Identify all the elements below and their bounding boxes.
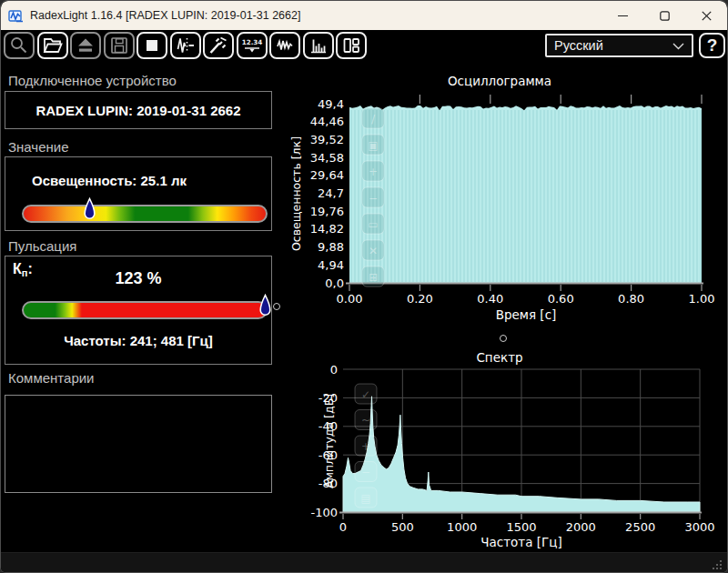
oscillogram-ytick: 29,64 <box>310 168 344 182</box>
pulsation-section-header: Пульсация <box>8 238 76 254</box>
oscillogram-ytick: 44,46 <box>310 115 344 128</box>
spectrum-xtick-label: 0 <box>339 520 347 534</box>
oscillogram-tool-icon: ✕ <box>369 245 378 257</box>
save-icon <box>108 35 130 56</box>
window-title: RadexLight 1.16.4 [RADEX LUPIN: 2019-01-… <box>30 9 300 22</box>
eject-button[interactable] <box>70 32 101 59</box>
status-bar <box>1 552 727 573</box>
spectrum-ytick: 0 <box>330 363 338 377</box>
lamp-rays-button[interactable] <box>203 32 234 59</box>
titlebar: RadexLight 1.16.4 [RADEX LUPIN: 2019-01-… <box>1 1 727 30</box>
charts-canvas[interactable]: ОсциллограммаОсвещенность [лк]49,444,463… <box>283 61 728 552</box>
oscillogram-ytick: 49,4 <box>318 97 344 111</box>
resize-grip-icon[interactable] <box>711 558 723 571</box>
pulsation-frequencies: Частоты: 241; 481 [Гц] <box>5 333 271 348</box>
app-icon <box>8 8 24 24</box>
spectrum-xtick-label: 500 <box>391 520 414 534</box>
oscillogram-tool-icon: ▣ <box>368 139 378 152</box>
spectrum-ytick: -60 <box>318 448 338 462</box>
spectrum-xtick-label: 1500 <box>506 520 536 534</box>
value-box: Освещенность: 25.1 лк <box>5 156 272 231</box>
oscillogram-xlabel: Время [с] <box>496 307 557 322</box>
oscillogram-ytick: 0,0 <box>325 276 344 290</box>
spectrum-xtick-label: 2500 <box>625 520 655 534</box>
value-section-header: Значение <box>8 139 69 155</box>
illuminance-scale-bar <box>22 205 268 223</box>
pulse-cursor-icon <box>175 35 197 56</box>
language-select[interactable]: Русский <box>545 34 693 57</box>
oscillogram-tool-icon: ▭ <box>368 218 378 231</box>
spectrum-icon <box>308 35 329 56</box>
spectrum-xtick-label: 3000 <box>684 520 714 534</box>
spectrum-title: Спектр <box>476 350 522 365</box>
spectrum-tool-icon: ~ <box>361 414 370 427</box>
close-button[interactable] <box>685 1 727 30</box>
pulsation-marker-icon <box>259 294 271 318</box>
oscillogram-icon <box>274 35 296 56</box>
pulse-cursor-button[interactable] <box>170 32 201 59</box>
magnifier-button[interactable] <box>4 32 35 59</box>
oscillogram-xtick-label: 0.40 <box>477 292 503 306</box>
illuminance-marker-icon <box>84 197 96 222</box>
open-folder-icon <box>42 35 64 56</box>
oscillogram-ytick: 34,58 <box>310 151 344 165</box>
oscillogram-button[interactable] <box>269 32 300 59</box>
oscillogram-tool-icon: + <box>369 166 378 178</box>
stop-button[interactable] <box>136 32 167 59</box>
oscillogram-xtick-label: 0.60 <box>548 292 574 306</box>
open-folder-button[interactable] <box>37 32 68 59</box>
spectrum-xtick-label: 1000 <box>447 520 477 534</box>
help-button[interactable]: ? <box>699 33 725 58</box>
svg-text:12.34: 12.34 <box>241 38 262 46</box>
illuminance-reading: Освещенность: 25.1 лк <box>32 173 187 188</box>
vertical-splitter-grip[interactable] <box>273 303 280 310</box>
maximize-button[interactable] <box>643 1 685 30</box>
oscillogram-ytick: 19,76 <box>310 205 344 218</box>
spectrum-ytick: -40 <box>318 419 338 433</box>
comments-input[interactable] <box>5 395 272 493</box>
spectrum-ylabel: Амплитуда [дБ] <box>322 394 336 488</box>
toolbar-buttons: 12.34 <box>4 32 369 59</box>
oscillogram-ytick: 9,88 <box>318 240 344 254</box>
spectrum-button[interactable] <box>303 32 334 59</box>
numeric-display-button[interactable]: 12.34 <box>237 32 268 59</box>
oscillogram-xtick-label: 1.00 <box>689 292 715 306</box>
spectrum-ytick: -80 <box>318 477 338 490</box>
panels-layout-button[interactable] <box>336 32 367 59</box>
spectrum-tool-icon: + <box>361 440 370 453</box>
spectrum-tool-icon: ▤ <box>360 492 370 505</box>
lamp-rays-icon <box>207 35 229 56</box>
oscillogram-ytick: 24,7 <box>318 186 344 200</box>
eject-icon <box>75 35 96 56</box>
numeric-display-icon: 12.34 <box>241 35 263 56</box>
kp-value: 123 % <box>5 269 271 288</box>
oscillogram-xtick-label: 0.80 <box>618 292 644 306</box>
device-section-header: Подключенное устройство <box>8 73 177 88</box>
chevron-down-icon <box>672 38 684 53</box>
comments-section-header: Комментарии <box>8 370 94 386</box>
oscillogram-xtick-label: 0.20 <box>407 292 433 306</box>
oscillogram-tool-icon: − <box>369 192 378 205</box>
save-button[interactable] <box>104 32 135 59</box>
oscillogram-ytick: 14,82 <box>310 222 344 236</box>
oscillogram-ytick: 4,94 <box>318 258 344 272</box>
minimize-button[interactable] <box>602 1 643 30</box>
spectrum-ytick: -100 <box>310 506 338 519</box>
toolbar: 12.34 Русский ? <box>1 30 727 61</box>
device-name: RADEX LUPIN: 2019-01-31 2662 <box>35 103 240 118</box>
language-value: Русский <box>554 38 603 53</box>
oscillogram-tool-icon: ⊞ <box>369 271 378 284</box>
pulsation-scale-bar <box>22 301 268 319</box>
magnifier-icon <box>8 35 30 56</box>
spectrum-tool-icon: − <box>361 466 370 478</box>
spectrum-xlabel: Частота [Гц] <box>480 535 561 549</box>
stop-icon <box>141 35 163 56</box>
spectrum-ytick: -20 <box>318 391 338 405</box>
oscillogram-ylabel: Освещенность [лк] <box>289 136 303 251</box>
spectrum-tool-icon: ✓ <box>361 388 370 401</box>
panels-layout-icon <box>340 35 362 56</box>
oscillogram-title: Осциллограмма <box>448 74 551 88</box>
pulsation-box: Кп: 123 % Частоты: 241; 481 [Гц] <box>5 256 272 365</box>
oscillogram-ytick: 39,52 <box>310 133 344 146</box>
oscillogram-xtick-label: 0.00 <box>337 292 363 306</box>
